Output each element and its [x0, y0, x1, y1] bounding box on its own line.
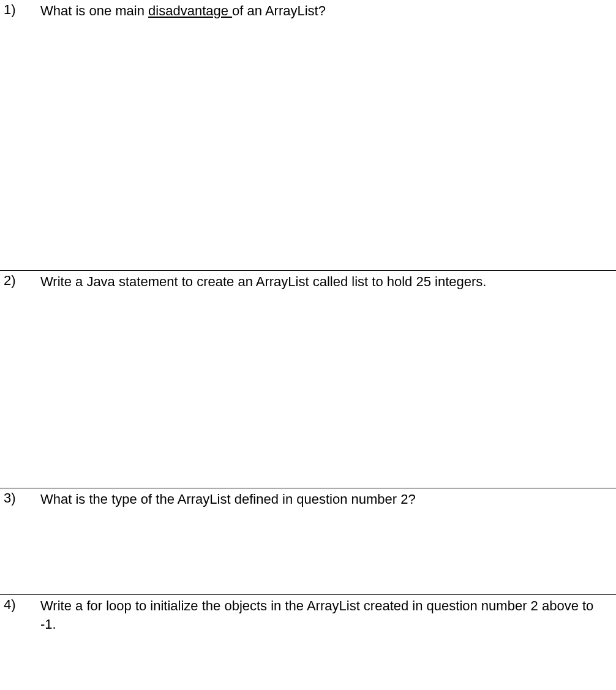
question-2-text: Write a Java statement to create an Arra… — [40, 273, 612, 291]
question-2-number: 2) — [4, 273, 40, 289]
question-4-text: Write a for loop to initialize the objec… — [40, 597, 612, 633]
question-1-number: 1) — [4, 2, 40, 18]
question-1-text-after: of an ArrayList? — [232, 3, 326, 18]
question-2-row: 2) Write a Java statement to create an A… — [0, 270, 616, 291]
answer-space-1 — [0, 20, 616, 270]
answer-space-2 — [0, 290, 616, 488]
answer-space-4 — [0, 633, 616, 687]
answer-space-3 — [0, 509, 616, 594]
question-1-underlined: disadvantage — [148, 3, 232, 18]
question-1-row: 1) What is one main disadvantage of an A… — [0, 0, 616, 20]
question-1-text: What is one main disadvantage of an Arra… — [40, 2, 612, 20]
question-4-number: 4) — [4, 597, 40, 613]
question-1-text-before: What is one main — [40, 3, 148, 18]
question-3-text: What is the type of the ArrayList define… — [40, 490, 612, 509]
question-3-number: 3) — [4, 490, 40, 506]
question-4-row: 4) Write a for loop to initialize the ob… — [0, 594, 616, 633]
question-3-row: 3) What is the type of the ArrayList def… — [0, 488, 616, 509]
